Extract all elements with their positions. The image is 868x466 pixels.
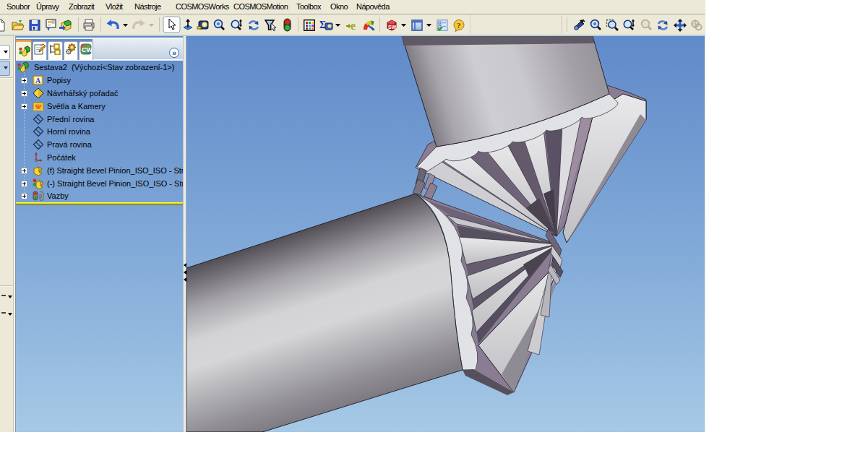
svg-text:?: ? — [457, 21, 461, 30]
svg-text:A: A — [35, 77, 41, 85]
svg-text:CW: CW — [82, 46, 92, 53]
svg-text:SW: SW — [388, 25, 397, 30]
svg-text:e: e — [351, 20, 356, 32]
